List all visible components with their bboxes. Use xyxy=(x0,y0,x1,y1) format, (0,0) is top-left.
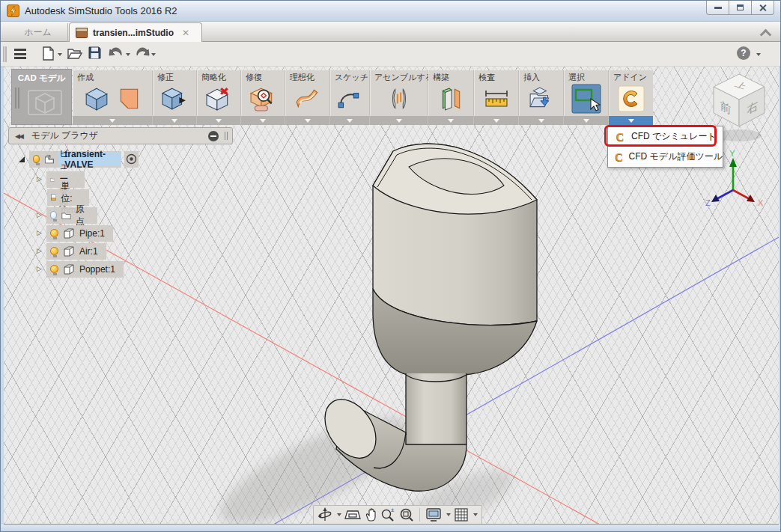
maximize-button[interactable] xyxy=(729,1,752,15)
browser-minimize-icon[interactable] xyxy=(208,131,219,141)
expand-closed-icon[interactable]: ▷ xyxy=(37,266,42,272)
toolbar-grip[interactable] xyxy=(3,46,7,62)
tree-item-root[interactable]: transient-VALVE xyxy=(19,150,139,168)
visibility-bulb-icon[interactable] xyxy=(50,229,58,237)
visibility-bulb-icon[interactable] xyxy=(33,155,40,163)
group-expand-band[interactable] xyxy=(73,116,152,125)
select-window-icon[interactable] xyxy=(571,84,601,114)
spline-icon[interactable] xyxy=(337,86,362,111)
expand-closed-icon[interactable]: ▷ xyxy=(37,212,42,218)
window-frame-bottom xyxy=(1,525,780,532)
svg-text:±: ± xyxy=(391,507,395,513)
tab-close-button[interactable]: ✕ xyxy=(182,28,189,38)
tab-document[interactable]: transien...imStudio ✕ xyxy=(69,22,202,42)
component-icon xyxy=(63,263,75,275)
display-style-dropdown-caret[interactable] xyxy=(446,513,451,516)
browser-resize-grip[interactable] xyxy=(225,132,228,140)
group-expand-band[interactable] xyxy=(330,116,369,125)
component-icon xyxy=(63,245,75,257)
save-button[interactable] xyxy=(88,46,101,59)
group-expand-band[interactable] xyxy=(370,116,428,125)
group-expand-band[interactable] xyxy=(241,116,285,125)
navbar-separator xyxy=(419,508,420,522)
app-logo-icon xyxy=(7,4,19,17)
browser-collapse-icon[interactable]: ◀◀ xyxy=(15,132,22,140)
redo-dropdown-caret[interactable] xyxy=(151,53,156,56)
group-expand-band[interactable] xyxy=(153,116,196,125)
ribbon-group-repair: 修復 xyxy=(241,70,285,125)
tree-item-origin[interactable]: ▷ 原点 xyxy=(37,207,97,224)
open-file-button[interactable] xyxy=(67,46,82,60)
ruler-icon[interactable] xyxy=(483,88,510,110)
zoom-window-button[interactable] xyxy=(399,507,414,522)
quick-access-toolbar: ? xyxy=(1,42,780,67)
visibility-bulb-icon[interactable] xyxy=(50,265,58,273)
group-expand-band[interactable] xyxy=(564,116,608,125)
cube-push-icon[interactable] xyxy=(162,86,187,111)
group-expand-band[interactable] xyxy=(285,116,329,125)
expand-closed-icon[interactable]: ▷ xyxy=(37,248,42,254)
zoom-button[interactable]: ± xyxy=(380,507,396,522)
orbit-button[interactable] xyxy=(317,507,332,522)
window-frame-left xyxy=(1,67,4,525)
component-icon xyxy=(63,227,75,239)
help-dropdown-caret[interactable] xyxy=(756,53,761,56)
ribbon-group-insert: 挿入 xyxy=(519,70,564,125)
tree-item-pipe[interactable]: ▷ Pipe:1 xyxy=(37,224,113,242)
wave-ribbon-icon[interactable] xyxy=(295,86,320,111)
group-expand-band[interactable] xyxy=(197,116,240,125)
cube-examine-icon[interactable] xyxy=(250,86,276,111)
ribbon-grip[interactable] xyxy=(15,88,19,108)
grid-dropdown-caret[interactable] xyxy=(473,513,478,516)
grid-settings-button[interactable] xyxy=(454,507,469,522)
tree-item-air[interactable]: ▷ Air:1 xyxy=(37,242,106,260)
undo-button[interactable] xyxy=(109,46,124,58)
undo-dropdown-caret[interactable] xyxy=(126,53,130,56)
redo-button[interactable] xyxy=(135,46,150,58)
menu-hamburger-icon[interactable] xyxy=(14,49,26,59)
minimize-button[interactable] xyxy=(706,1,729,15)
ribbon-group-simplify: 簡略化 xyxy=(197,70,241,125)
assemble-join-icon[interactable] xyxy=(386,86,413,111)
orbit-dropdown-caret[interactable] xyxy=(337,513,341,516)
ribbon-group-modify: 修正 xyxy=(153,70,197,125)
expand-open-icon[interactable] xyxy=(19,156,25,162)
valve-model[interactable] xyxy=(314,144,537,491)
tree-item-label: Poppet:1 xyxy=(79,264,115,275)
cube-remove-icon[interactable] xyxy=(206,86,231,111)
collapse-ribbon-chevron-icon[interactable] xyxy=(760,29,772,41)
close-icon xyxy=(759,4,767,12)
tab-home[interactable]: ホーム xyxy=(8,23,68,42)
menu-item-cfd-evaluate[interactable]: C CFD モデル評価ツール xyxy=(608,147,723,167)
ribbon-group-construct: 構築 xyxy=(428,70,474,125)
visibility-bulb-off-icon[interactable] xyxy=(50,211,57,219)
cube-blue-icon[interactable] xyxy=(84,86,109,111)
construct-plane-icon[interactable] xyxy=(438,86,464,111)
tree-item-poppet[interactable]: ▷ Poppet:1 xyxy=(37,260,124,278)
title-bar: Autodesk SimStudio Tools 2016 R2 xyxy=(1,1,780,22)
pan-button[interactable] xyxy=(364,507,377,522)
activate-component-button[interactable] xyxy=(124,151,139,168)
group-expand-band[interactable] xyxy=(519,116,563,125)
ribbon-tab-cad-model[interactable]: CAD モデル xyxy=(11,69,72,125)
z-axis-label: Z xyxy=(705,198,711,207)
group-expand-band[interactable] xyxy=(474,116,518,125)
maximize-icon xyxy=(737,4,744,10)
minimize-icon xyxy=(714,7,722,9)
new-file-button[interactable] xyxy=(43,46,55,61)
display-style-button[interactable] xyxy=(425,507,442,522)
corner-orange-icon[interactable] xyxy=(116,86,142,111)
group-expand-band[interactable] xyxy=(428,116,473,125)
visibility-bulb-icon[interactable] xyxy=(50,247,58,255)
units-document-icon xyxy=(51,191,56,204)
addins-menu-band-open[interactable] xyxy=(609,116,653,125)
cfd-addin-icon[interactable] xyxy=(617,85,645,113)
close-button[interactable] xyxy=(751,1,774,15)
expand-closed-icon[interactable]: ▷ xyxy=(37,230,42,236)
import-folder-icon[interactable] xyxy=(529,86,554,111)
help-button[interactable]: ? xyxy=(737,46,750,60)
new-file-dropdown-caret[interactable] xyxy=(58,53,62,56)
expand-closed-icon[interactable]: ▷ xyxy=(37,176,42,183)
model-browser-header[interactable]: ◀◀ モデル ブラウザ xyxy=(8,127,233,144)
look-at-button[interactable] xyxy=(344,508,361,522)
